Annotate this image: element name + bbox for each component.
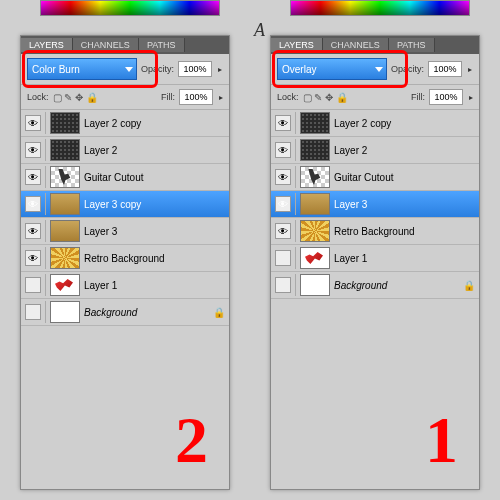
visibility-toggle[interactable]: 👁 [275,142,291,158]
tab-paths[interactable]: PATHS [139,38,185,52]
opacity-flyout-icon[interactable]: ▸ [218,65,222,74]
layer-name: Guitar Cutout [334,172,393,183]
fill-label: Fill: [411,92,425,102]
tab-paths[interactable]: PATHS [389,38,435,52]
layer-row[interactable]: 👁Retro Background [21,245,229,272]
divider [295,274,296,296]
layer-name: Background [334,280,387,291]
tab-channels[interactable]: CHANNELS [323,38,389,52]
layer-thumbnail[interactable] [300,112,330,134]
layer-row[interactable]: 👁Layer 2 copy [21,110,229,137]
layer-thumbnail[interactable] [300,274,330,296]
tab-layers[interactable]: LAYERS [21,38,73,52]
visibility-toggle[interactable] [275,250,291,266]
divider [45,274,46,296]
visibility-toggle[interactable]: 👁 [25,142,41,158]
visibility-toggle[interactable] [25,304,41,320]
opacity-value[interactable]: 100% [428,61,462,77]
blend-row: Color Burn Opacity: 100% ▸ [21,54,229,85]
divider [45,220,46,242]
divider [295,112,296,134]
layer-row[interactable]: 👁Guitar Cutout [21,164,229,191]
divider [295,220,296,242]
layer-name: Layer 2 copy [84,118,141,129]
layer-name: Layer 2 copy [334,118,391,129]
visibility-toggle[interactable]: 👁 [275,223,291,239]
fill-value[interactable]: 100% [179,89,213,105]
layer-thumbnail[interactable] [300,247,330,269]
layer-row[interactable]: Background🔒 [271,272,479,299]
divider [295,247,296,269]
layer-row[interactable]: 👁Layer 3 copy [21,191,229,218]
opacity-label: Opacity: [391,64,424,74]
visibility-toggle[interactable]: 👁 [25,250,41,266]
layer-name: Guitar Cutout [84,172,143,183]
visibility-toggle[interactable]: 👁 [25,196,41,212]
blend-mode-value: Overlay [282,64,316,75]
fill-flyout-icon[interactable]: ▸ [469,93,473,102]
color-spectrum[interactable] [40,0,220,16]
layer-row[interactable]: 👁Layer 2 [271,137,479,164]
visibility-toggle[interactable]: 👁 [25,115,41,131]
panel-tabs: LAYERS CHANNELS PATHS [271,36,479,54]
fill-value[interactable]: 100% [429,89,463,105]
layer-thumbnail[interactable] [50,112,80,134]
layer-name: Layer 3 [334,199,367,210]
lock-row: Lock: ▢ ✎ ✥ 🔒 Fill: 100% ▸ [271,85,479,110]
layer-row[interactable]: Layer 1 [271,245,479,272]
panel-tabs: LAYERS CHANNELS PATHS [21,36,229,54]
lock-icons[interactable]: ▢ ✎ ✥ 🔒 [53,92,98,103]
layers-list-right: 👁Layer 2 copy👁Layer 2👁Guitar Cutout👁Laye… [271,110,479,299]
blend-mode-select[interactable]: Color Burn [27,58,137,80]
layer-row[interactable]: Background🔒 [21,299,229,326]
fill-label: Fill: [161,92,175,102]
lock-row: Lock: ▢ ✎ ✥ 🔒 Fill: 100% ▸ [21,85,229,110]
visibility-toggle[interactable]: 👁 [275,196,291,212]
layer-row[interactable]: 👁Layer 2 copy [271,110,479,137]
divider [45,301,46,323]
layer-thumbnail[interactable] [300,139,330,161]
divider [45,139,46,161]
layer-row[interactable]: 👁Layer 2 [21,137,229,164]
layers-list-left: 👁Layer 2 copy👁Layer 2👁Guitar Cutout👁Laye… [21,110,229,326]
annotation-number: 2 [175,402,208,478]
blend-mode-select[interactable]: Overlay [277,58,387,80]
lock-icons[interactable]: ▢ ✎ ✥ 🔒 [303,92,348,103]
layer-name: Layer 1 [84,280,117,291]
layer-thumbnail[interactable] [300,220,330,242]
visibility-toggle[interactable]: 👁 [275,115,291,131]
layer-thumbnail[interactable] [300,166,330,188]
visibility-toggle[interactable] [275,277,291,293]
opacity-flyout-icon[interactable]: ▸ [468,65,472,74]
lock-icon: 🔒 [213,307,225,318]
tab-layers[interactable]: LAYERS [271,38,323,52]
layer-name: Layer 2 [84,145,117,156]
layer-thumbnail[interactable] [50,139,80,161]
color-spectrum[interactable] [290,0,470,16]
layer-row[interactable]: 👁Layer 3 [21,218,229,245]
layer-thumbnail[interactable] [50,220,80,242]
visibility-toggle[interactable]: 👁 [25,169,41,185]
panel-left: LAYERS CHANNELS PATHS Color Burn Opacity… [0,0,250,500]
lock-label: Lock: [277,92,299,102]
a-symbol: A [254,20,265,41]
layer-row[interactable]: 👁Layer 3 [271,191,479,218]
divider [295,139,296,161]
layer-name: Layer 3 [84,226,117,237]
layer-thumbnail[interactable] [50,166,80,188]
visibility-toggle[interactable]: 👁 [25,223,41,239]
layer-row[interactable]: Layer 1 [21,272,229,299]
tab-channels[interactable]: CHANNELS [73,38,139,52]
layer-thumbnail[interactable] [50,247,80,269]
visibility-toggle[interactable] [25,277,41,293]
layer-thumbnail[interactable] [50,274,80,296]
visibility-toggle[interactable]: 👁 [275,169,291,185]
fill-flyout-icon[interactable]: ▸ [219,93,223,102]
layer-row[interactable]: 👁Guitar Cutout [271,164,479,191]
layer-row[interactable]: 👁Retro Background [271,218,479,245]
layer-thumbnail[interactable] [300,193,330,215]
layer-thumbnail[interactable] [50,193,80,215]
divider [45,166,46,188]
layer-thumbnail[interactable] [50,301,80,323]
opacity-value[interactable]: 100% [178,61,212,77]
